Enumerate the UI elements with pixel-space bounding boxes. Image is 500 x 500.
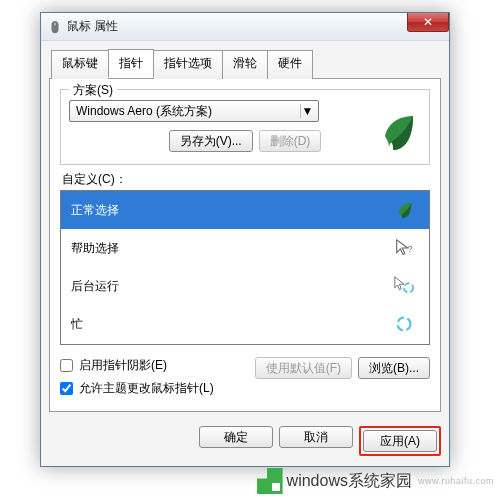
shadow-label: 启用指针阴影(E) [79, 357, 167, 374]
chevron-down-icon: ▼ [300, 104, 314, 118]
apply-button[interactable]: 应用(A) [363, 430, 437, 452]
tab-pane-pointers: 方案(S) Windows Aero (系统方案) ▼ 另存为(V)... 删除… [49, 78, 441, 412]
pointer-preview [373, 108, 421, 156]
svg-text:?: ? [408, 245, 413, 254]
watermark-brand: windows系统家园 [287, 471, 412, 492]
arrow-help-icon: ? [393, 237, 415, 259]
svg-point-2 [398, 318, 411, 331]
scheme-group: 方案(S) Windows Aero (系统方案) ▼ 另存为(V)... 删除… [60, 89, 430, 165]
leaf-icon [393, 199, 415, 221]
theme-checkbox-row[interactable]: 允许主题更改鼠标指针(L) [60, 380, 214, 397]
watermark: windows系统家园 www.ruhaifu.com [257, 468, 494, 494]
list-item[interactable]: 正常选择 [61, 191, 429, 229]
list-item[interactable]: 帮助选择 ? [61, 229, 429, 267]
ok-button[interactable]: 确定 [199, 426, 273, 448]
list-item[interactable]: 后台运行 [61, 267, 429, 305]
list-item[interactable]: - [61, 343, 429, 345]
theme-label: 允许主题更改鼠标指针(L) [79, 380, 214, 397]
watermark-sub: www.ruhaifu.com [418, 476, 494, 486]
custom-label: 自定义(C)： [62, 171, 430, 188]
shadow-checkbox-row[interactable]: 启用指针阴影(E) [60, 357, 214, 374]
tab-hardware[interactable]: 硬件 [267, 50, 313, 79]
browse-button[interactable]: 浏览(B)... [358, 357, 430, 379]
list-item-label: 帮助选择 [71, 240, 119, 257]
theme-checkbox[interactable] [60, 382, 73, 395]
list-item-label: 正常选择 [71, 202, 119, 219]
scheme-combobox[interactable]: Windows Aero (系统方案) ▼ [69, 100, 319, 122]
tab-buttons[interactable]: 鼠标键 [51, 50, 109, 79]
list-item[interactable]: 忙 [61, 305, 429, 343]
close-button[interactable]: ✕ [407, 13, 449, 32]
window-title: 鼠标 属性 [67, 18, 118, 35]
watermark-logo-icon [257, 468, 283, 494]
close-icon: ✕ [423, 15, 433, 29]
scheme-selected: Windows Aero (系统方案) [76, 103, 212, 120]
tab-strip: 鼠标键 指针 指针选项 滑轮 硬件 [51, 49, 441, 78]
use-default-button: 使用默认值(F) [255, 357, 352, 379]
svg-point-1 [404, 283, 413, 292]
saveas-button[interactable]: 另存为(V)... [169, 130, 253, 152]
mouse-icon [47, 19, 63, 35]
scheme-group-label: 方案(S) [69, 82, 117, 99]
spin-icon [393, 313, 415, 335]
dialog-button-row: 确定 取消 应用(A) [41, 418, 449, 466]
apply-highlight: 应用(A) [359, 426, 441, 456]
dialog-body: 鼠标键 指针 指针选项 滑轮 硬件 方案(S) Windows Aero (系统… [41, 41, 449, 418]
list-item-label: 忙 [71, 316, 83, 333]
cancel-button[interactable]: 取消 [279, 426, 353, 448]
pointer-listbox[interactable]: 正常选择 帮助选择 ? 后台运行 [60, 190, 430, 345]
shadow-checkbox[interactable] [60, 359, 73, 372]
list-item-label: 后台运行 [71, 278, 119, 295]
tab-wheel[interactable]: 滑轮 [222, 50, 268, 79]
tab-pointers[interactable]: 指针 [108, 49, 154, 78]
titlebar: 鼠标 属性 ✕ [41, 13, 449, 41]
tab-pointer-options[interactable]: 指针选项 [153, 50, 223, 79]
mouse-properties-dialog: 鼠标 属性 ✕ 鼠标键 指针 指针选项 滑轮 硬件 方案(S) Windows … [40, 12, 450, 467]
arrow-spin-icon [393, 275, 415, 297]
delete-button: 删除(D) [259, 130, 322, 152]
